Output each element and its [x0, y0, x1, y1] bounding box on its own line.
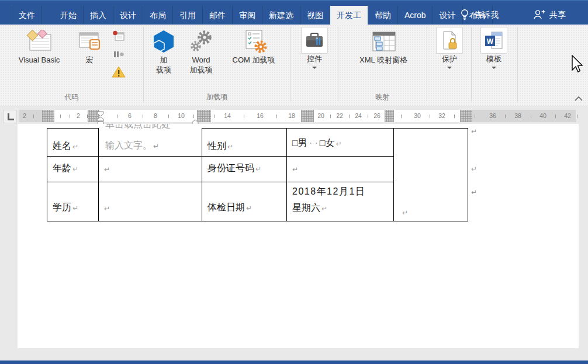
pause-recording-icon[interactable]	[112, 50, 125, 60]
xml-mapping-pane-button[interactable]: XML 映射窗格	[345, 28, 422, 65]
tab-13[interactable]: 设计	[433, 6, 463, 25]
word-addins-label-1: Word	[182, 55, 220, 65]
table-border	[47, 128, 99, 129]
table-border	[202, 128, 468, 129]
share-label: 共享	[549, 10, 566, 20]
share-person-icon	[533, 9, 545, 22]
ruler-tick	[531, 115, 531, 118]
tab-8[interactable]: 新建选	[262, 6, 300, 25]
cell-id-label[interactable]: 身份证号码↵	[207, 162, 261, 175]
tab-1[interactable]: 开始	[54, 6, 84, 25]
empty-cell-mark: ↵	[104, 204, 110, 213]
ruler-tick	[168, 115, 169, 118]
empty-cell-mark: ↵	[402, 209, 408, 217]
tab-2[interactable]: 插入	[84, 6, 113, 25]
table-column-marker[interactable]	[301, 110, 314, 122]
visual-basic-button[interactable]: Visual Basic	[8, 28, 70, 65]
table-column-marker[interactable]	[197, 110, 211, 122]
tab-3[interactable]: 设计	[113, 6, 143, 25]
protect-label: 保护	[431, 54, 468, 64]
controls-button[interactable]: 控件	[296, 27, 333, 69]
tab-6[interactable]: 邮件	[203, 6, 233, 25]
table-column-marker[interactable]	[460, 110, 472, 122]
space-dots: · ·	[309, 138, 318, 148]
ruler-strip: 22681014161820222426303236384042	[0, 106, 588, 124]
ruler-number: 20	[316, 112, 326, 119]
end-of-row-mark: ↵	[471, 127, 477, 136]
cell-age-label[interactable]: 年龄↵	[53, 162, 78, 175]
com-addins-button[interactable]: COM 加载项	[221, 28, 286, 65]
protect-lock-icon	[436, 27, 463, 54]
share-button[interactable]: 共享	[533, 6, 566, 25]
word-logo-letter: W	[487, 37, 494, 46]
group-separator	[338, 27, 338, 102]
tell-me-button[interactable]: 告诉我	[459, 6, 499, 25]
ruler-number: 26	[372, 112, 382, 119]
tab-4[interactable]: 布局	[143, 6, 173, 25]
record-macro-icon[interactable]	[112, 30, 125, 44]
ruler-number: 8	[150, 112, 161, 119]
cell-education-label[interactable]: 学历↵	[53, 202, 78, 214]
cell-name-label[interactable]: 姓名↵	[53, 140, 78, 152]
macro-security-icon[interactable]	[112, 65, 126, 81]
tab-7[interactable]: 审阅	[233, 6, 262, 25]
protect-button[interactable]: 保护	[431, 27, 468, 69]
ruler-tick	[368, 115, 368, 118]
chevron-down-icon	[492, 67, 496, 69]
table-border	[47, 156, 394, 157]
ruler-tick	[454, 115, 455, 118]
chevron-down-icon	[312, 67, 317, 69]
page[interactable]	[18, 124, 579, 348]
word-addins-label-2: 加载项	[182, 65, 220, 75]
ruler-number: 2	[73, 112, 84, 119]
template-button[interactable]: W 模板	[476, 27, 512, 69]
date-line1[interactable]: 2018年12月1日	[292, 186, 365, 197]
ruler-number: 30	[412, 112, 423, 119]
ruler-tick	[87, 115, 88, 118]
tab-5[interactable]: 引用	[173, 6, 203, 25]
tab-10[interactable]: 开发工	[330, 6, 368, 25]
ruler-tick	[430, 115, 430, 118]
content-control-placeholder-line1[interactable]: 单击或点击此处	[105, 124, 171, 130]
content-control-placeholder-line2[interactable]: 输入文字。↵	[105, 140, 159, 152]
tab-11[interactable]: 帮助	[368, 6, 398, 25]
table-border	[98, 128, 99, 221]
male-checkbox[interactable]: □男	[292, 138, 307, 148]
cell-gender-checkboxes[interactable]: □男· ·□女↵	[292, 137, 342, 150]
tab-12[interactable]: Acrob	[398, 6, 433, 25]
template-label: 模板	[476, 54, 512, 64]
addins-label-1: 加	[148, 55, 179, 65]
collapse-ribbon-button[interactable]	[574, 93, 583, 104]
controls-toolbox-icon	[301, 27, 328, 54]
tab-stop-selector[interactable]	[4, 110, 17, 123]
tab-0[interactable]: 文件	[12, 6, 42, 25]
female-checkbox[interactable]: □女	[320, 138, 335, 148]
ruler-tick	[475, 115, 475, 118]
ruler-tick	[349, 115, 350, 118]
word-addins-button[interactable]: Word 加载项	[182, 28, 220, 75]
tell-me-label: 告诉我	[474, 10, 499, 20]
addins-button[interactable]: 加 载项	[148, 28, 179, 75]
macros-label: 宏	[72, 55, 106, 65]
table-border	[286, 128, 287, 221]
ruler-tick	[215, 115, 215, 118]
table-column-marker[interactable]	[385, 110, 394, 122]
com-addins-label: COM 加载项	[221, 55, 286, 65]
ruler-tick	[60, 115, 61, 118]
ruler-number: 24	[353, 112, 364, 119]
ruler-tick	[555, 115, 556, 118]
end-of-row-mark: ↵	[471, 165, 477, 173]
cell-exam-date-label[interactable]: 体检日期↵	[207, 202, 252, 214]
group-separator	[427, 27, 427, 102]
table-column-marker[interactable]	[42, 110, 54, 122]
ruler-number: 6	[124, 112, 135, 119]
date-line2[interactable]: 星期六↵	[292, 202, 327, 214]
addins-label-2: 载项	[148, 65, 179, 75]
ruler-segment	[394, 110, 460, 122]
ruler-tick	[143, 115, 143, 118]
tab-9[interactable]: 视图	[300, 6, 330, 25]
macros-button[interactable]: 宏	[72, 28, 106, 65]
ruler-number: 38	[513, 112, 523, 119]
visual-basic-icon	[8, 28, 70, 55]
cell-gender-label[interactable]: 性别↵	[207, 140, 233, 152]
